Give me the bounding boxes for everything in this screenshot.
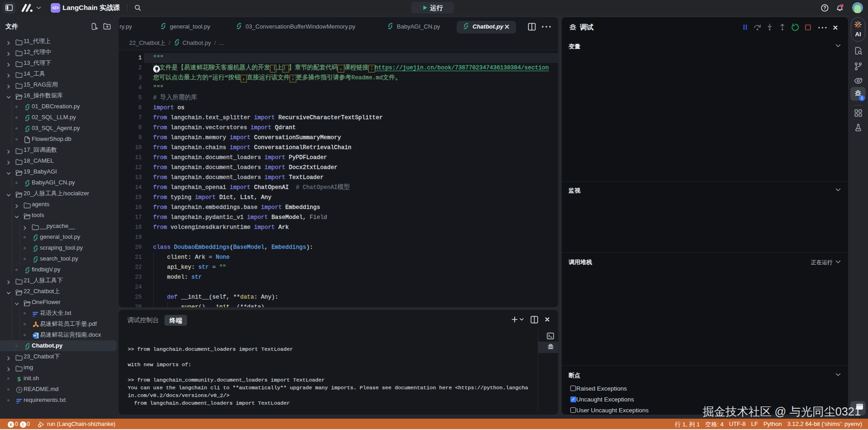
svg-text:W: W bbox=[33, 333, 37, 338]
svg-text:$: $ bbox=[17, 376, 21, 382]
svg-text:?: ? bbox=[823, 5, 826, 10]
svg-text:?: ? bbox=[18, 388, 21, 392]
